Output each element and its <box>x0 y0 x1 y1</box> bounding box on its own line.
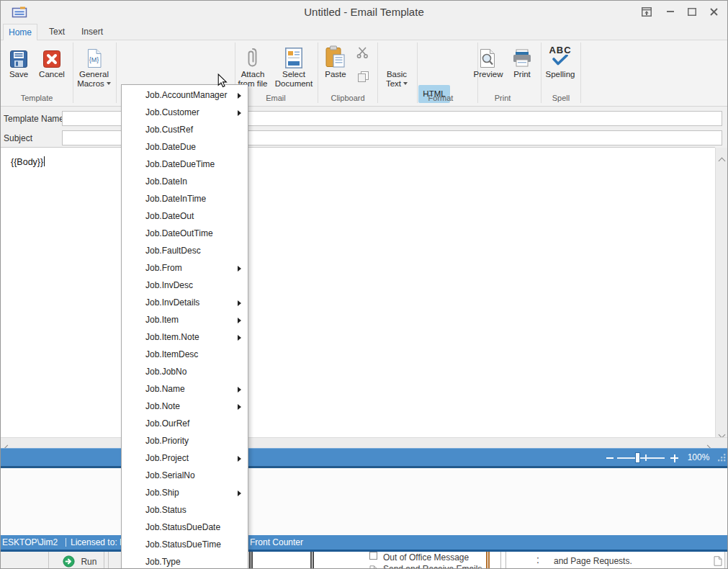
general-macros-button[interactable]: {M} General Macros <box>73 42 114 90</box>
menu-item[interactable]: Job.InvDetails <box>122 294 248 311</box>
minimize-button[interactable] <box>660 1 680 22</box>
menu-item[interactable]: Job.Item.Note <box>122 328 248 346</box>
menu-item[interactable]: Job.DateOut <box>122 207 248 225</box>
scissors-icon <box>356 47 369 58</box>
menu-item[interactable]: Job.ItemDesc <box>122 346 248 363</box>
status-licensed: Licensed to: H <box>71 535 126 550</box>
menu-item[interactable]: Job.JobNo <box>122 363 248 380</box>
menu-item[interactable]: Job.OurRef <box>122 415 248 432</box>
menu-item[interactable]: Job.Type <box>122 553 248 569</box>
cancel-button[interactable]: Cancel <box>35 42 68 90</box>
dropdown-caret-icon <box>403 82 408 85</box>
menu-item[interactable]: Job.DateIn <box>122 173 248 190</box>
tab-insert[interactable]: Insert <box>74 24 110 40</box>
attach-from-file-button[interactable]: Attachfrom file <box>235 42 270 90</box>
scroll-up-icon <box>719 153 724 166</box>
paste-button[interactable]: Paste <box>318 42 353 90</box>
text-caret <box>44 156 45 166</box>
background-window-strip: Run Out of Office Message Send and Recei… <box>1 552 728 569</box>
send-receive-label[interactable]: Send and Receive Emails <box>383 564 482 569</box>
copy-icon <box>357 71 369 83</box>
menu-item-label: Job.FaultDesc <box>145 246 201 256</box>
menu-item[interactable]: Job.CustRef <box>122 121 248 138</box>
zoom-bar: 100% <box>1 448 728 468</box>
group-label-clipboard: Clipboard <box>318 93 377 103</box>
menu-item-label: Job.ItemDesc <box>145 349 198 359</box>
ribbon-tabbar: Home Text Insert <box>1 24 727 40</box>
menu-item-label: Job.DateDueTime <box>145 159 215 169</box>
submenu-arrow-icon <box>238 110 241 116</box>
select-document-button[interactable]: SelectDocument <box>271 42 316 90</box>
menu-item[interactable]: Job.StatusDueDate <box>122 519 248 536</box>
zoom-value: 100% <box>683 449 714 467</box>
save-button[interactable]: Save <box>2 42 35 90</box>
out-of-office-checkbox[interactable] <box>369 552 377 560</box>
out-of-office-label[interactable]: Out of Office Message <box>383 552 469 563</box>
colon-text: : <box>536 554 539 565</box>
close-icon <box>709 7 719 17</box>
document-icon <box>369 565 377 569</box>
menu-item-label: Job.Item.Note <box>145 332 199 342</box>
run-icon <box>63 555 75 568</box>
zoom-slider-thumb[interactable] <box>635 452 640 463</box>
menu-item[interactable]: Job.DateOutTime <box>122 225 248 242</box>
basic-text-button[interactable]: Basic Text <box>377 42 417 90</box>
pin-window-button[interactable] <box>637 1 657 22</box>
menu-item[interactable]: Job.DateDueTime <box>122 156 248 173</box>
menu-item-label: Job.AccountManager <box>145 90 227 100</box>
zoom-out-button[interactable] <box>606 457 614 459</box>
menu-item-label: Job.JobNo <box>145 367 187 377</box>
group-label-spell: Spell <box>541 93 580 103</box>
menu-item[interactable]: Job.Status <box>122 501 248 519</box>
menu-item[interactable]: Job.SerialNo <box>122 467 248 484</box>
menu-item[interactable]: Job.Customer <box>122 104 248 121</box>
menu-item[interactable]: Job.Note <box>122 398 248 415</box>
preview-pane <box>1 468 728 535</box>
resize-grip-icon[interactable] <box>717 453 727 462</box>
minimize-icon <box>667 11 674 12</box>
vertical-scrollbar[interactable] <box>715 148 728 437</box>
email-template-window: Untitled - Email Template Home Text Inse… <box>0 0 728 569</box>
menu-item[interactable]: Job.AccountManager <box>122 86 248 104</box>
menu-item[interactable]: Job.DateInTime <box>122 190 248 207</box>
menu-item[interactable]: Job.Project <box>122 449 248 467</box>
page-requests-text: and Page Requests. <box>554 556 632 566</box>
menu-item[interactable]: Job.StatusDueTime <box>122 536 248 553</box>
zoom-slider-track[interactable] <box>617 457 665 459</box>
menu-item-label: Job.DateIn <box>145 176 187 187</box>
menu-item[interactable]: Job.Priority <box>122 432 248 449</box>
body-editor[interactable]: {{Body}} <box>1 147 715 437</box>
cancel-icon <box>42 42 61 68</box>
page-icon <box>714 556 722 569</box>
status-bar: ESKTOP\Jim2 Licensed to: H Front Counter <box>1 535 728 552</box>
spelling-button[interactable]: ABC Spelling <box>540 42 580 90</box>
close-button[interactable] <box>704 1 724 22</box>
menu-item-label: Job.DateDue <box>145 142 196 152</box>
zoom-in-icon <box>674 454 675 462</box>
status-separator <box>66 538 66 547</box>
print-button[interactable]: Print <box>505 42 539 90</box>
horizontal-scrollbar[interactable] <box>1 437 728 448</box>
menu-item[interactable]: Job.Ship <box>122 484 248 501</box>
cut-button[interactable] <box>356 47 369 61</box>
menu-item[interactable]: Job.Item <box>122 311 248 328</box>
pin-window-icon <box>642 7 652 17</box>
paste-icon <box>325 42 346 68</box>
status-location: Front Counter <box>250 535 303 550</box>
spellcheck-icon: ABC <box>549 42 571 68</box>
menu-item-label: Job.DateOutTime <box>145 228 213 238</box>
paperclip-icon <box>247 42 259 68</box>
menu-item[interactable]: Job.Name <box>122 380 248 398</box>
tab-home[interactable]: Home <box>3 24 37 40</box>
status-user: ESKTOP\Jim2 <box>2 535 58 550</box>
menu-item[interactable]: Job.From <box>122 259 248 277</box>
preview-button[interactable]: Preview <box>469 42 507 90</box>
menu-item[interactable]: Job.DateDue <box>122 138 248 156</box>
copy-button[interactable] <box>357 71 369 86</box>
menu-item[interactable]: Job.InvDesc <box>122 277 248 294</box>
maximize-button[interactable] <box>682 1 702 22</box>
submenu-arrow-icon <box>238 318 241 323</box>
menu-item[interactable]: Job.FaultDesc <box>122 242 248 259</box>
run-button[interactable]: Run <box>63 555 96 568</box>
tab-text[interactable]: Text <box>42 24 71 40</box>
